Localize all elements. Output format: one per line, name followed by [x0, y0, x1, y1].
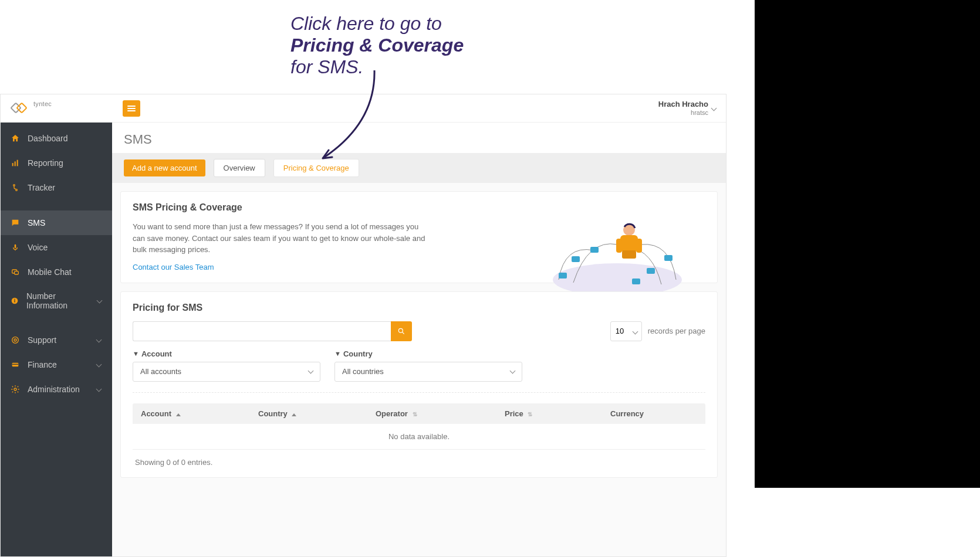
home-icon [10, 133, 21, 144]
tracker-icon [10, 182, 21, 193]
col-operator[interactable]: Operator ⇅ [376, 409, 505, 418]
sidebar-item-finance[interactable]: Finance [1, 352, 112, 377]
table-info: Showing 0 of 0 entries. [133, 450, 705, 467]
pricing-heading: Pricing for SMS [133, 303, 705, 313]
sidebar-item-label: Reporting [28, 158, 63, 168]
hamburger-icon [127, 106, 136, 111]
svg-rect-16 [12, 364, 19, 365]
divider [133, 392, 705, 393]
country-select[interactable]: All countries [334, 362, 522, 382]
col-currency[interactable]: Currency [610, 409, 697, 418]
chevron-down-icon [712, 106, 718, 111]
sort-both-icon: ⇅ [528, 411, 532, 417]
reporting-icon [10, 158, 21, 168]
filter-icon: ▼ [334, 350, 341, 357]
svg-point-13 [12, 337, 19, 344]
user-name-block: Hrach Hracho hratsc [658, 100, 708, 117]
pricing-card: Pricing for SMS 10 [120, 291, 718, 478]
sidebar-item-label: Support [28, 335, 56, 345]
coverage-body: You want to send more than just a few me… [133, 221, 426, 256]
sidebar-item-number-information[interactable]: Number Information [1, 284, 112, 317]
svg-rect-28 [636, 239, 642, 253]
search-icon [397, 327, 405, 335]
user-display-name: Hrach Hracho [658, 100, 708, 109]
coverage-card: SMS Pricing & Coverage You want to send … [120, 191, 718, 283]
annotation-line3: for SMS. [290, 56, 464, 78]
chevron-down-icon [97, 337, 103, 343]
svg-rect-20 [559, 273, 567, 278]
svg-point-17 [14, 388, 16, 390]
sidebar-item-label: Tracker [28, 183, 55, 192]
sidebar-item-voice[interactable]: Voice [1, 235, 112, 260]
support-icon [10, 335, 21, 345]
sidebar: Dashboard Reporting Tracker SMS [1, 123, 112, 556]
sidebar-item-support[interactable]: Support [1, 328, 112, 352]
logo-text: tyntec [33, 100, 52, 107]
svg-rect-9 [15, 271, 19, 274]
sort-asc-icon [292, 413, 296, 416]
sidebar-item-administration[interactable]: Administration [1, 377, 112, 402]
sidebar-item-sms[interactable]: SMS [1, 210, 112, 235]
sms-icon [10, 218, 21, 228]
account-select[interactable]: All accounts [133, 362, 320, 382]
svg-rect-11 [14, 300, 15, 303]
svg-point-5 [13, 185, 15, 186]
user-handle: hratsc [658, 109, 708, 117]
sidebar-item-label: SMS [28, 218, 45, 227]
sort-asc-icon [176, 413, 181, 416]
svg-point-30 [398, 328, 403, 332]
main-content: SMS Add a new account Overview Pricing &… [112, 123, 726, 556]
sort-both-icon: ⇅ [413, 411, 417, 417]
svg-rect-0 [11, 103, 21, 113]
col-account[interactable]: Account [141, 409, 258, 418]
search-wrap [133, 321, 412, 341]
table-empty-message: No data available. [133, 424, 705, 450]
add-account-button[interactable]: Add a new account [124, 159, 205, 176]
svg-rect-4 [17, 160, 18, 167]
svg-rect-3 [15, 161, 16, 166]
svg-rect-22 [647, 268, 655, 274]
svg-rect-24 [632, 278, 640, 284]
coverage-illustration [541, 209, 694, 297]
administration-icon [10, 384, 21, 395]
col-country[interactable]: Country [258, 409, 376, 418]
svg-rect-23 [664, 255, 673, 261]
tab-overview[interactable]: Overview [214, 159, 265, 177]
sidebar-item-reporting[interactable]: Reporting [1, 151, 112, 175]
annotation-line2: Pricing & Coverage [290, 35, 464, 56]
chevron-down-icon [97, 386, 103, 392]
sidebar-item-label: Finance [28, 360, 57, 369]
sidebar-item-mobile-chat[interactable]: Mobile Chat [1, 260, 112, 284]
logo-icon [9, 100, 30, 117]
tab-bar: Add a new account Overview Pricing & Cov… [112, 153, 726, 183]
records-per-page: 10 records per page [610, 321, 705, 341]
svg-rect-21 [572, 256, 580, 262]
sidebar-item-label: Voice [28, 243, 48, 252]
svg-rect-29 [622, 250, 636, 259]
mobile-chat-icon [10, 267, 21, 277]
chevron-down-icon [97, 362, 103, 368]
sidebar-item-label: Mobile Chat [28, 267, 72, 277]
svg-rect-27 [616, 239, 622, 253]
user-menu[interactable]: Hrach Hracho hratsc [658, 100, 718, 117]
sidebar-item-label: Dashboard [28, 134, 68, 143]
records-select[interactable]: 10 [610, 321, 642, 341]
sidebar-item-tracker[interactable]: Tracker [1, 175, 112, 200]
svg-rect-1 [17, 103, 27, 113]
search-button[interactable] [391, 321, 412, 341]
page-title: SMS [112, 123, 726, 153]
search-input[interactable] [133, 321, 391, 341]
col-price[interactable]: Price ⇅ [505, 409, 610, 418]
finance-icon [10, 359, 21, 370]
contact-sales-link[interactable]: Contact our Sales Team [133, 263, 214, 271]
number-info-icon [10, 296, 19, 306]
hamburger-button[interactable] [123, 100, 140, 117]
table-header: Account Country Operator ⇅ Price ⇅ [133, 403, 705, 424]
svg-rect-7 [15, 244, 16, 249]
chevron-down-icon [97, 298, 103, 304]
filter-account-label: ▼ Account [133, 349, 320, 358]
svg-rect-26 [620, 235, 638, 252]
voice-icon [10, 242, 21, 253]
sidebar-item-dashboard[interactable]: Dashboard [1, 126, 112, 151]
annotation-line1: Click here to go to [290, 13, 464, 35]
